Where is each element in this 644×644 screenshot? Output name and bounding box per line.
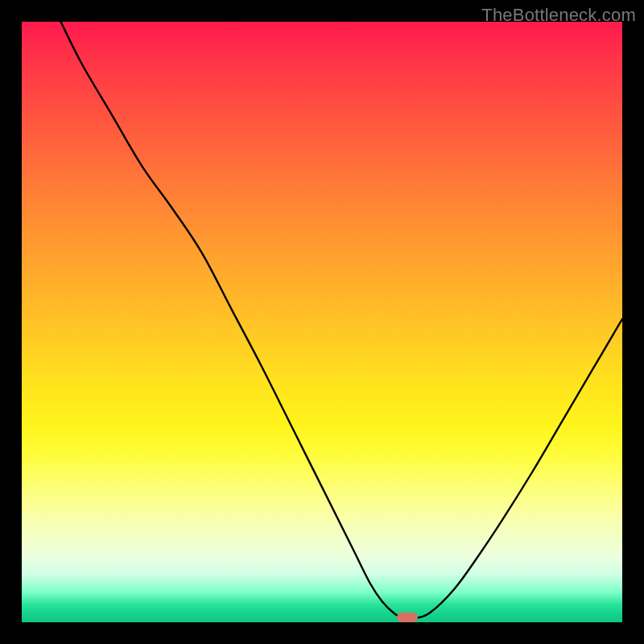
optimal-marker bbox=[397, 613, 418, 622]
plot-area bbox=[22, 22, 622, 622]
bottleneck-curve bbox=[22, 22, 622, 622]
chart-frame: TheBottleneck.com bbox=[0, 0, 644, 644]
watermark-text: TheBottleneck.com bbox=[481, 5, 636, 26]
